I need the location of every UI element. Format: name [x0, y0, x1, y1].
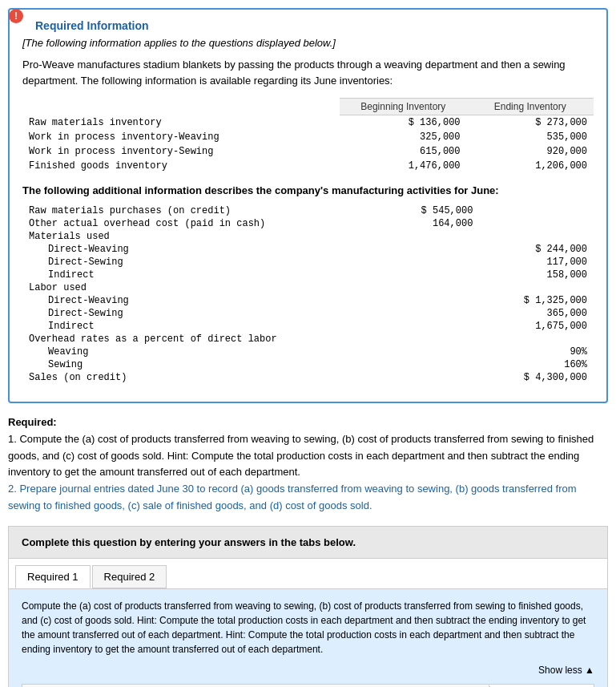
mfg-label: Direct-Weaving: [22, 243, 393, 256]
mfg-row: Weaving 90%: [22, 346, 594, 358]
mfg-row: Sewing 160%: [22, 358, 594, 371]
inv-beginning: 615,000: [340, 144, 466, 159]
mfg-value1: [393, 320, 479, 333]
mfg-value1: [393, 307, 479, 320]
mfg-label: Labor used: [22, 281, 393, 294]
info-box: ! Required Information [The following in…: [8, 8, 608, 403]
mfg-value2: 117,000: [479, 256, 594, 269]
mfg-row: Indirect 1,675,000: [22, 320, 594, 333]
mfg-value2: $ 1,325,000: [479, 294, 594, 307]
mfg-value2: [479, 217, 594, 230]
required-item2: 2. Prepare journal entries dated June 30…: [8, 483, 577, 511]
mfg-label: Other actual overhead cost (paid in cash…: [22, 217, 393, 230]
tabs-container: Required 1 Required 2: [8, 559, 608, 589]
tab-required2[interactable]: Required 2: [92, 565, 167, 588]
mfg-value1: [393, 256, 479, 269]
mfg-value1: [393, 294, 479, 307]
inventory-table: Beginning Inventory Ending Inventory Raw…: [22, 98, 594, 173]
required-title: Required:: [8, 416, 57, 428]
mfg-value1: 164,000: [393, 217, 479, 230]
mfg-label: Direct-Sewing: [22, 307, 393, 320]
mfg-value2: 160%: [479, 358, 594, 371]
mfg-value2: [479, 204, 594, 217]
mfg-value1: [393, 230, 479, 243]
inv-label: Finished goods inventory: [22, 159, 340, 173]
mfg-label: Sales (on credit): [22, 371, 393, 384]
inv-ending: 1,206,000: [467, 159, 594, 173]
mfg-value2: $ 244,000: [479, 243, 594, 256]
mfg-value1: [393, 243, 479, 256]
mfg-value2: [479, 281, 594, 294]
mfg-row: Raw materials purchases (on credit) $ 54…: [22, 204, 594, 217]
inv-beginning: 1,476,000: [340, 159, 466, 173]
info-paragraph: Pro-Weave manufactures stadium blankets …: [22, 57, 594, 88]
mfg-value1: [393, 371, 479, 384]
mfg-row: Direct-Sewing 365,000: [22, 307, 594, 320]
input-section: (a) Transferred to Sewing from Weaving (…: [22, 684, 594, 687]
mfg-value2: 158,000: [479, 269, 594, 281]
inv-beginning: $ 136,000: [340, 115, 466, 131]
mfg-value1: [393, 281, 479, 294]
required-item1: 1. Compute the (a) cost of products tran…: [8, 433, 594, 479]
mfg-value2: $ 4,300,000: [479, 371, 594, 384]
required-section: Required: 1. Compute the (a) cost of pro…: [8, 414, 608, 515]
inv-label: Raw materials inventory: [22, 115, 340, 131]
mfg-row: Overhead rates as a percent of direct la…: [22, 333, 594, 346]
complete-box-title: Complete this question by entering your …: [22, 536, 356, 548]
mfg-value1: [393, 358, 479, 371]
mfg-value1: [393, 269, 479, 281]
mfg-row: Other actual overhead cost (paid in cash…: [22, 217, 594, 230]
mfg-value2: 1,675,000: [479, 320, 594, 333]
mfg-label: Raw materials purchases (on credit): [22, 204, 393, 217]
main-container: ! Required Information [The following in…: [0, 0, 616, 687]
mfg-value1: [393, 346, 479, 358]
mfg-paragraph: The following additional information des…: [22, 184, 594, 196]
mfg-table: Raw materials purchases (on credit) $ 54…: [22, 204, 594, 384]
col-ending: Ending Inventory: [467, 99, 594, 115]
content-area: Compute the (a) cost of products transfe…: [8, 589, 608, 687]
content-description: Compute the (a) cost of products transfe…: [22, 599, 594, 657]
mfg-value2: [479, 230, 594, 243]
inv-beginning: 325,000: [340, 130, 466, 144]
mfg-value1: $ 545,000: [393, 204, 479, 217]
inventory-row: Work in process inventory-Sewing 615,000…: [22, 144, 594, 159]
inv-label: Work in process inventory-Weaving: [22, 130, 340, 144]
mfg-row: Indirect 158,000: [22, 269, 594, 281]
info-title: Required Information: [35, 19, 594, 32]
mfg-row: Direct-Weaving $ 244,000: [22, 243, 594, 256]
mfg-label: Overhead rates as a percent of direct la…: [22, 333, 393, 346]
mfg-label: Indirect: [22, 269, 393, 281]
mfg-value1: [393, 333, 479, 346]
mfg-value2: 365,000: [479, 307, 594, 320]
tab-required1[interactable]: Required 1: [15, 565, 91, 588]
inventory-row: Raw materials inventory $ 136,000 $ 273,…: [22, 115, 594, 131]
mfg-value2: 90%: [479, 346, 594, 358]
inventory-row: Finished goods inventory 1,476,000 1,206…: [22, 159, 594, 173]
mfg-row: Labor used: [22, 281, 594, 294]
inv-ending: 535,000: [467, 130, 594, 144]
mfg-label: Direct-Weaving: [22, 294, 393, 307]
mfg-label: Weaving: [22, 346, 393, 358]
mfg-label: Indirect: [22, 320, 393, 333]
col-beginning: Beginning Inventory: [340, 99, 466, 115]
info-italic: [The following information applies to th…: [22, 37, 594, 49]
mfg-row: Direct-Sewing 117,000: [22, 256, 594, 269]
mfg-row: Materials used: [22, 230, 594, 243]
mfg-label: Direct-Sewing: [22, 256, 393, 269]
complete-box: Complete this question by entering your …: [8, 526, 608, 559]
mfg-value2: [479, 333, 594, 346]
mfg-row: Sales (on credit) $ 4,300,000: [22, 371, 594, 384]
inv-ending: $ 273,000: [467, 115, 594, 131]
inv-ending: 920,000: [467, 144, 594, 159]
inv-label: Work in process inventory-Sewing: [22, 144, 340, 159]
alert-icon: !: [9, 9, 23, 23]
mfg-label: Sewing: [22, 358, 393, 371]
mfg-row: Direct-Weaving $ 1,325,000: [22, 294, 594, 307]
inventory-row: Work in process inventory-Weaving 325,00…: [22, 130, 594, 144]
show-less: Show less ▲: [22, 665, 594, 676]
show-less-link[interactable]: Show less ▲: [538, 665, 594, 676]
mfg-label: Materials used: [22, 230, 393, 243]
